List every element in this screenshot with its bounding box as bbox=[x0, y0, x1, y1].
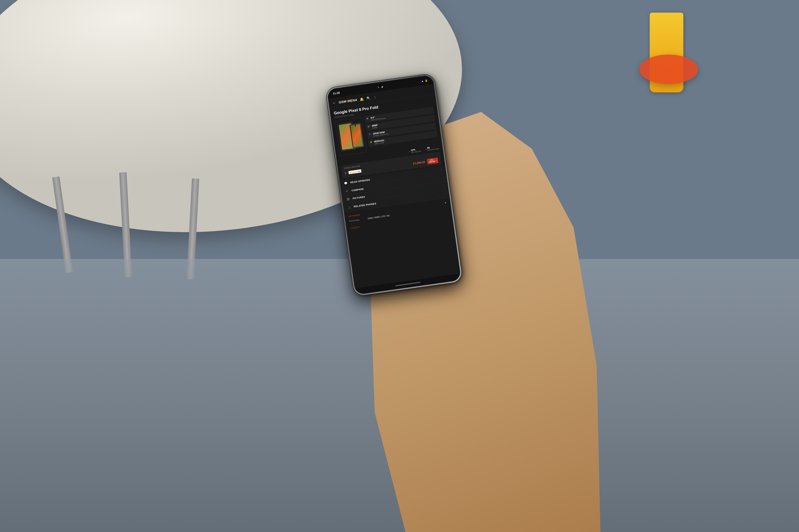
play-icon: ▶ bbox=[381, 85, 383, 88]
action-pictures[interactable]: 🖼 PICTURES › bbox=[342, 181, 448, 204]
search-icon[interactable]: 🔍 bbox=[366, 96, 371, 100]
price-variant: 256GB 16GB RAM bbox=[344, 154, 438, 169]
camera-info: 48MP 2160p bbox=[371, 124, 378, 129]
display-icon: ▣ bbox=[366, 117, 369, 120]
phone-img-screen-front bbox=[350, 124, 363, 147]
back-button[interactable]: ← bbox=[332, 101, 337, 106]
display-resolution: 2076x2152 pixels bbox=[371, 117, 386, 121]
compare-arrow: › bbox=[442, 176, 443, 179]
home-bar bbox=[396, 282, 420, 286]
amazon-badge[interactable]: amazon.de bbox=[348, 169, 361, 174]
action-list: 💬 READ OPINIONS › ⇄ COMPARE › 🖼 PICTURES… bbox=[340, 165, 449, 212]
battery-icon: 🔒 bbox=[424, 79, 428, 82]
related-phones-label: RELATED PHONES bbox=[354, 193, 445, 208]
phone-img-panel-front bbox=[349, 123, 364, 149]
heart-icon: ♥ bbox=[425, 148, 426, 150]
spec-display: ▣ 8.0" 2076x2152 pixels bbox=[364, 107, 434, 123]
compare-icon: ⇄ bbox=[345, 189, 349, 193]
ram-info: 16GB RAM Google Tensor G4 bbox=[373, 130, 388, 137]
spec-battery: ⚡ 4650mAh 21W ••• 8W bbox=[368, 130, 437, 147]
spec-items-list: ▣ 8.0" 2076x2152 pixels ◉ 48MP 2160p bbox=[364, 107, 438, 152]
chip-name: Google Tensor G4 bbox=[373, 133, 388, 137]
phone-img-panel-back bbox=[338, 122, 356, 151]
network-label: NETWORK bbox=[348, 202, 444, 217]
status-icons-right: ▲ 🔒 bbox=[421, 79, 428, 82]
stats-row: ↗ 12% 281,499 hits ♥ 86 Become a fan bbox=[337, 144, 443, 166]
menu-icon[interactable]: ⋮ bbox=[373, 95, 377, 99]
pictures-arrow: › bbox=[443, 184, 444, 187]
status-time: 11:28 bbox=[333, 91, 340, 95]
hits-count: 281,499 hits bbox=[411, 150, 421, 154]
main-content: Google Pixel 9 Pro Fold SPECIFICATIONS bbox=[330, 94, 460, 288]
network-section-header[interactable]: NETWORK ▼ bbox=[345, 199, 450, 220]
fan-label: Become a fan bbox=[427, 148, 439, 151]
status-icons-center: ⚙ ▶ bbox=[378, 85, 383, 89]
notification-icon[interactable]: 🔔 bbox=[360, 97, 364, 101]
battery-spec-icon: ⚡ bbox=[370, 141, 373, 144]
compare-label: COMPARE bbox=[351, 176, 442, 192]
display-info: 8.0" 2076x2152 pixels bbox=[370, 115, 386, 121]
ram-size: 16GB RAM bbox=[373, 130, 388, 135]
opinions-icon: 💬 bbox=[344, 181, 348, 185]
spec-ram: ⚙ 16GB RAM Google Tensor G4 bbox=[367, 123, 436, 139]
technology-label: Technology bbox=[349, 217, 368, 222]
all-prices-button[interactable]: ALL PRICES › bbox=[427, 157, 438, 165]
camera-mp: 48MP bbox=[371, 124, 378, 127]
app-header: ← GSM4RENA 🔔 🔍 ⋮ bbox=[328, 84, 435, 109]
device-image bbox=[335, 117, 367, 156]
product-phone-render bbox=[337, 119, 365, 154]
related-arrow: › bbox=[444, 192, 446, 195]
fan-count: 86 bbox=[427, 145, 439, 149]
display-size: 8.0" bbox=[370, 115, 385, 119]
pictures-icon: 🖼 bbox=[346, 197, 350, 201]
action-compare[interactable]: ⇄ COMPARE › bbox=[341, 173, 447, 196]
hits-percent: 12% bbox=[411, 148, 421, 152]
all-prices-arrow: › bbox=[436, 159, 437, 162]
price-row: $ amazon.de €1,899.00 ALL PRICES › bbox=[344, 157, 438, 176]
pictures-label: PICTURES bbox=[352, 185, 443, 200]
device-title: Google Pixel 9 Pro Fold bbox=[330, 94, 436, 117]
header-icons: 🔔 🔍 ⋮ bbox=[360, 95, 377, 101]
spec-camera: ◉ 48MP 2160p bbox=[366, 115, 435, 131]
specs-label: SPECIFICATIONS bbox=[331, 102, 436, 121]
wifi-icon: ▲ bbox=[421, 80, 424, 82]
related-icon: △ bbox=[347, 205, 351, 209]
specs-card: ▣ 8.0" 2076x2152 pixels ◉ 48MP 2160p bbox=[331, 106, 442, 158]
action-related-phones[interactable]: △ RELATED PHONES › bbox=[343, 189, 449, 212]
read-opinions-label: READ OPINIONS bbox=[350, 168, 441, 184]
stat-fans[interactable]: ♥ 86 Become a fan bbox=[425, 145, 439, 152]
camera-icon: ◉ bbox=[367, 125, 370, 128]
orange-object bbox=[639, 55, 698, 84]
price-amount: €1,899.00 bbox=[413, 160, 425, 165]
opinions-arrow: › bbox=[441, 168, 442, 171]
charging-info: 21W ••• 8W bbox=[374, 141, 385, 145]
camera-cutout bbox=[378, 84, 382, 88]
launch-section[interactable]: LAUNCH bbox=[346, 210, 452, 231]
technology-row: Technology GSM / HSPA / LTE / 5G bbox=[345, 205, 451, 225]
chip-icon: ⚙ bbox=[368, 133, 371, 136]
price-section: 256GB 16GB RAM $ amazon.de €1,899.00 ALL… bbox=[341, 152, 441, 178]
network-expand-icon: ▼ bbox=[444, 201, 447, 205]
settings-icon: ⚙ bbox=[378, 86, 380, 89]
battery-info: 4650mAh 21W ••• 8W bbox=[374, 139, 385, 145]
trending-icon: ↗ bbox=[408, 150, 410, 153]
action-read-opinions[interactable]: 💬 READ OPINIONS › bbox=[340, 165, 446, 188]
battery-capacity: 4650mAh bbox=[374, 139, 384, 143]
launch-label: LAUNCH bbox=[350, 226, 360, 229]
dollar-icon: $ bbox=[345, 171, 347, 175]
stat-hits: ↗ 12% 281,499 hits bbox=[408, 148, 422, 154]
phone-img-screen-back bbox=[339, 123, 355, 150]
camera-video: 2160p bbox=[372, 126, 378, 129]
app-logo: GSM4RENA bbox=[339, 98, 358, 104]
amazon-domain: .de bbox=[358, 170, 360, 173]
technology-value: GSM / HSPA / LTE / 5G bbox=[367, 214, 389, 220]
